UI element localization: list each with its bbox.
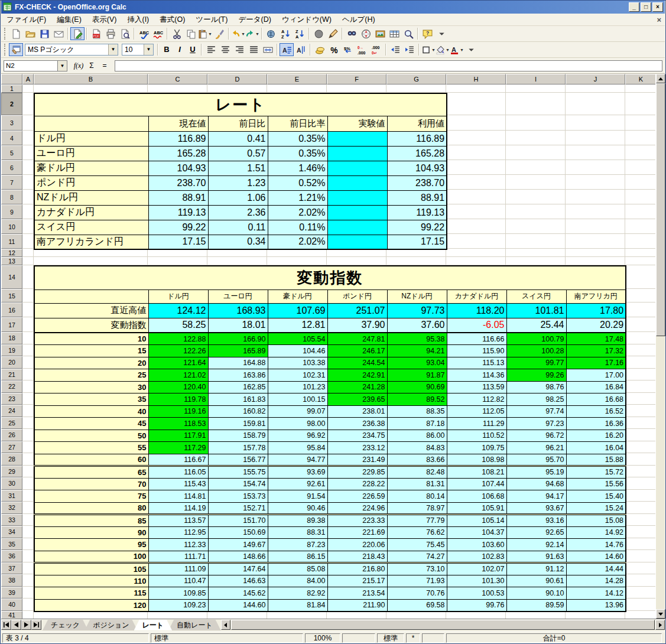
variation-cell[interactable]: 95.38	[387, 333, 447, 345]
variation-cell[interactable]: 90.69	[387, 381, 447, 393]
align-justify-icon[interactable]	[246, 43, 261, 56]
rate-cell[interactable]: 2.02%	[268, 235, 327, 249]
export-pdf-icon[interactable]: PDF	[89, 27, 103, 40]
variation-cell[interactable]: 112.33	[148, 539, 208, 551]
rate-cell[interactable]: 238.70	[387, 175, 447, 190]
variation-cell[interactable]: 247.81	[327, 333, 387, 345]
column-header-D[interactable]: D	[207, 74, 267, 84]
variation-cell[interactable]: 163.86	[208, 369, 268, 382]
currency-label[interactable]: ポンド円	[34, 175, 148, 190]
variation-cell[interactable]: 246.17	[327, 345, 387, 357]
column-header-C[interactable]: C	[148, 74, 207, 84]
variation-cell[interactable]: 113.59	[447, 381, 506, 393]
variation-cell[interactable]: 100.28	[506, 345, 566, 357]
variation-cell[interactable]: 116.05	[148, 466, 208, 479]
variation-header[interactable]: カナダドル円	[447, 290, 506, 303]
rate-header[interactable]: 前日比	[208, 116, 268, 131]
row-header-9[interactable]: 9	[1, 204, 22, 219]
variation-cell[interactable]: 90.61	[506, 575, 566, 587]
variation-cell[interactable]: 89.38	[268, 515, 327, 527]
variation-cell[interactable]: 103.60	[447, 539, 506, 551]
variation-cell[interactable]: 87.18	[387, 418, 447, 430]
variation-cell[interactable]: 69.58	[387, 599, 447, 612]
step-label[interactable]: 80	[34, 502, 148, 515]
variation-cell[interactable]: 99.26	[506, 369, 566, 382]
variation-cell[interactable]: 119.16	[148, 405, 208, 418]
variation-cell[interactable]: 220.06	[327, 539, 387, 551]
variation-cell[interactable]: 244.54	[327, 357, 387, 369]
select-all-corner[interactable]	[1, 74, 22, 84]
variation-cell[interactable]: 93.69	[268, 466, 327, 479]
rate-header[interactable]: 現在値	[148, 116, 208, 131]
copy-icon[interactable]	[184, 27, 198, 40]
rate-cell[interactable]: 88.91	[387, 190, 447, 205]
variation-cell[interactable]: 92.14	[506, 539, 566, 551]
last-sheet-button[interactable]	[31, 620, 41, 630]
variation-cell[interactable]: 102.07	[447, 563, 506, 575]
recent-high-cell[interactable]: 118.20	[447, 303, 506, 318]
recent-high-cell[interactable]: 101.81	[506, 303, 566, 318]
sheet-tab-3[interactable]: レート	[134, 620, 173, 630]
row-header-40[interactable]: 40	[1, 599, 22, 611]
horizontal-scrollbar[interactable]	[221, 620, 665, 630]
rate-cell[interactable]: 99.22	[148, 220, 208, 235]
variation-cell[interactable]: 92.61	[268, 478, 327, 490]
currency-label[interactable]: ドル円	[34, 131, 148, 146]
step-label[interactable]: 95	[34, 539, 148, 551]
variation-cell[interactable]: 15.24	[566, 502, 626, 515]
row-header-37[interactable]: 37	[1, 562, 22, 575]
row-header-3[interactable]: 3	[1, 115, 22, 131]
scroll-up-button[interactable]	[656, 74, 665, 83]
redo-icon[interactable]: ▼	[245, 27, 259, 40]
function-wizard-button[interactable]: f(x)	[72, 60, 85, 71]
align-center-icon[interactable]	[218, 43, 232, 56]
vertical-scroll-thumb[interactable]	[656, 83, 665, 336]
variation-cell[interactable]: 164.88	[208, 357, 268, 369]
variation-cell[interactable]: 78.97	[387, 502, 447, 515]
currency-label[interactable]: スイス円	[34, 220, 148, 235]
variation-cell[interactable]: 14.44	[566, 563, 626, 575]
variation-header-blank[interactable]	[34, 290, 148, 303]
page-preview-icon[interactable]	[118, 27, 132, 40]
rate-cell[interactable]	[327, 146, 387, 161]
add-decimal-icon[interactable]: 0→.000	[355, 43, 369, 56]
row-header-18[interactable]: 18	[1, 332, 22, 344]
variation-cell[interactable]: 16.04	[566, 442, 626, 454]
variation-cell[interactable]: 103.38	[268, 357, 327, 369]
number-standard-icon[interactable]: $%	[341, 43, 355, 56]
variation-cell[interactable]: 14.76	[566, 539, 626, 551]
new-document-icon[interactable]	[9, 27, 23, 40]
variation-cell[interactable]: 73.10	[387, 563, 447, 575]
variation-cell[interactable]: 100.53	[447, 587, 506, 600]
variation-cell[interactable]: 108.21	[447, 466, 506, 479]
variation-cell[interactable]: 92.65	[506, 526, 566, 539]
variation-cell[interactable]: 75.45	[387, 539, 447, 551]
variation-cell[interactable]: 15.40	[566, 490, 626, 503]
variation-cell[interactable]: 16.20	[566, 430, 626, 442]
variation-cell[interactable]: 145.62	[208, 587, 268, 600]
variation-cell[interactable]: 156.77	[208, 454, 268, 466]
rate-cell[interactable]: 119.13	[148, 205, 208, 220]
variation-cell[interactable]: 80.14	[387, 490, 447, 503]
variation-cell[interactable]: 14.60	[566, 551, 626, 563]
align-right-icon[interactable]	[232, 43, 246, 56]
variation-cell[interactable]: 83.66	[387, 454, 447, 466]
variation-cell[interactable]: 15.72	[566, 466, 626, 479]
variation-cell[interactable]: 111.71	[148, 551, 208, 563]
increase-indent-icon[interactable]	[402, 43, 417, 56]
variation-cell[interactable]: 112.82	[447, 393, 506, 406]
insert-object-icon[interactable]	[311, 27, 326, 40]
rate-cell[interactable]: 0.35%	[268, 146, 327, 161]
variation-cell[interactable]: 84.83	[387, 442, 447, 454]
menu-item[interactable]: ツール(T)	[190, 14, 233, 25]
variation-cell[interactable]: 165.89	[208, 345, 268, 357]
step-label[interactable]: 10	[34, 333, 148, 345]
variation-cell[interactable]: 117.91	[148, 430, 208, 442]
variation-index-cell[interactable]: 58.25	[148, 318, 208, 333]
font-name-combo[interactable]: MS Pゴシック▼	[25, 44, 118, 56]
variation-cell[interactable]: 110.52	[447, 430, 506, 442]
row-header-2[interactable]: 2	[1, 93, 22, 115]
variation-cell[interactable]: 121.64	[148, 357, 208, 369]
variation-cell[interactable]: 81.84	[268, 599, 327, 612]
menu-item[interactable]: 編集(E)	[51, 14, 87, 25]
